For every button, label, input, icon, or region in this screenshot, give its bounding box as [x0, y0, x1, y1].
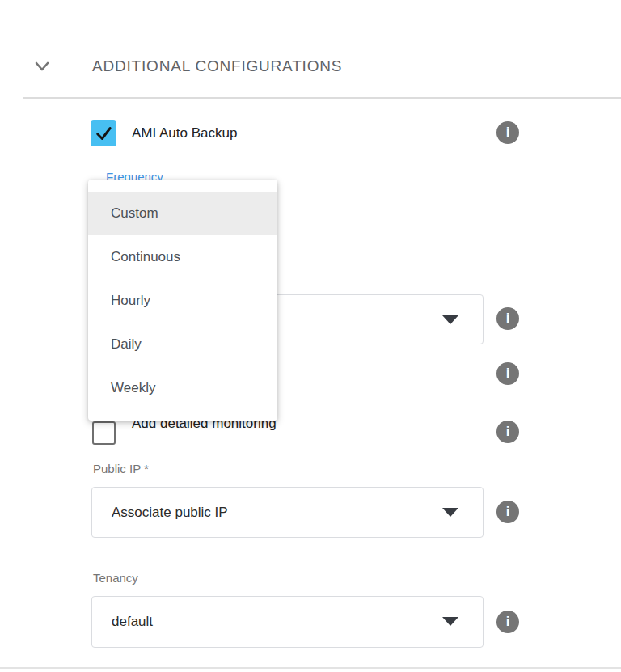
frequency-dropdown-menu: Custom Continuous Hourly Daily Weekly [88, 180, 277, 421]
info-glyph: i [506, 504, 510, 520]
menu-option-continuous[interactable]: Continuous [88, 235, 277, 279]
info-glyph: i [506, 366, 510, 382]
tenancy-select-value: default [112, 614, 153, 630]
info-glyph: i [506, 614, 510, 630]
dropdown-caret-icon [442, 508, 458, 517]
dropdown-caret-icon [442, 315, 458, 324]
info-icon-hidden-row[interactable]: i [496, 362, 519, 385]
menu-option-hourly[interactable]: Hourly [88, 279, 277, 323]
header-divider [23, 97, 621, 99]
public-ip-field-label: Public IP * [93, 462, 149, 476]
tenancy-select[interactable]: default [91, 596, 484, 648]
info-glyph: i [506, 424, 510, 440]
ami-auto-backup-checkbox[interactable] [91, 120, 116, 146]
checkmark-icon [93, 123, 114, 144]
menu-option-weekly[interactable]: Weekly [88, 366, 277, 410]
dropdown-caret-icon [442, 617, 458, 626]
ami-auto-backup-label: AMI Auto Backup [132, 125, 237, 142]
detailed-monitoring-checkbox[interactable] [92, 421, 116, 445]
menu-option-daily[interactable]: Daily [88, 323, 277, 366]
additional-configurations-panel: ADDITIONAL CONFIGURATIONS AMI Auto Backu… [0, 0, 621, 672]
tenancy-field-label: Tenancy [93, 571, 138, 585]
info-icon-tenancy[interactable]: i [496, 611, 519, 633]
info-icon-ami-backup[interactable]: i [496, 121, 519, 144]
info-glyph: i [506, 125, 510, 141]
info-icon-frequency[interactable]: i [496, 307, 519, 330]
section-title: ADDITIONAL CONFIGURATIONS [92, 57, 342, 75]
info-glyph: i [506, 311, 510, 327]
chevron-down-icon[interactable] [32, 57, 52, 76]
menu-option-custom[interactable]: Custom [88, 192, 277, 235]
bottom-divider [0, 667, 621, 669]
info-icon-detailed-monitoring[interactable]: i [496, 421, 519, 443]
public-ip-select-value: Associate public IP [112, 505, 228, 521]
public-ip-select[interactable]: Associate public IP [91, 487, 484, 538]
info-icon-public-ip[interactable]: i [496, 501, 519, 523]
